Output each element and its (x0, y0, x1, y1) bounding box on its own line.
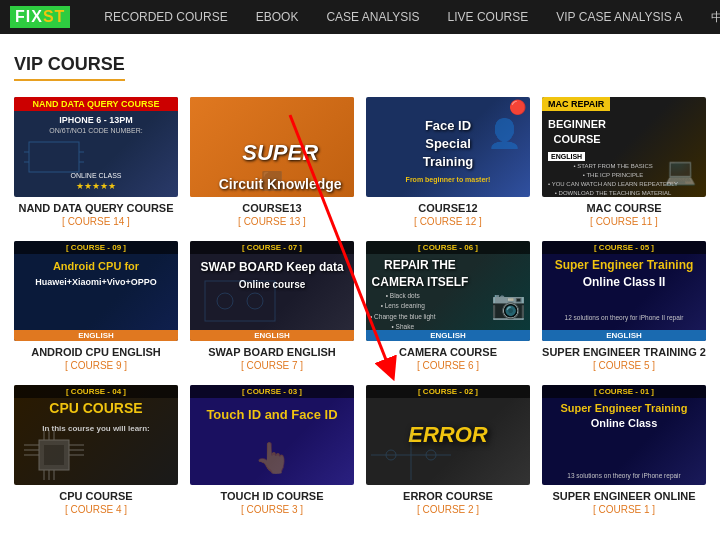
course-code-super: [ COURSE 5 ] (542, 360, 706, 371)
touch-fingerprint-icon: 👆 (254, 440, 291, 475)
course-thumb-camera: [ COURSE - 06 ] REPAIR THECAMERA ITSELF … (366, 241, 530, 341)
header: FIXST RECORDED COURSE EBOOK CASE ANALYSI… (0, 0, 720, 34)
cpu-label: [ COURSE - 04 ] (14, 385, 178, 398)
course-card-super[interactable]: [ COURSE - 05 ] Super Engineer TrainingO… (542, 241, 706, 371)
course-thumb-mac: MAC REPAIR BEGINNERCOURSE ENGLISH • STAR… (542, 97, 706, 197)
super2-sub: 13 solutions on theory for iPhone repair (546, 472, 702, 479)
course-name-course13: COURSE13 (190, 202, 354, 214)
course-thumb-swap: [ COURSE - 07 ] SWAP BOARD Keep dataOnli… (190, 241, 354, 341)
course-name-mac: MAC COURSE (542, 202, 706, 214)
course-thumb-touch: [ COURSE - 03 ] Touch ID and Face ID 👆 (190, 385, 354, 485)
course-name-super2: SUPER ENGINEER ONLINE (542, 490, 706, 502)
svg-point-8 (217, 293, 233, 309)
course-card-nand[interactable]: NAND DATA QUERY COURSE IPHONE 6 - 13PM O… (14, 97, 178, 227)
super-badge: ENGLISH (542, 330, 706, 341)
course-code-course12: [ COURSE 12 ] (366, 216, 530, 227)
logo: FIXST (10, 6, 70, 28)
svg-rect-2 (29, 142, 79, 172)
section-title: VIP COURSE (14, 54, 125, 81)
cpu-chip-icon (24, 430, 84, 480)
course-thumb-super: [ COURSE - 05 ] Super Engineer TrainingO… (542, 241, 706, 341)
nand-detail: ON/6T/NO1 CODE NUMBER: (18, 127, 174, 134)
android-text: Android CPU forHuawei+Xiaomi+Vivo+OPPO (14, 259, 178, 290)
svg-rect-7 (205, 281, 275, 321)
course-card-android[interactable]: [ COURSE - 09 ] Android CPU forHuawei+Xi… (14, 241, 178, 371)
mac-list: • START FROM THE BASICS• THE ICP PRINCIP… (548, 162, 678, 197)
course-name-android: ANDROID CPU ENGLISH (14, 346, 178, 358)
course13-text: SUPERCircuit Knowledge (206, 140, 354, 197)
course-card-course12[interactable]: 🔴 Face IDSpecialTraining From beginner t… (366, 97, 530, 227)
course-code-camera: [ COURSE 6 ] (366, 360, 530, 371)
course12-bust: 👤 (487, 117, 522, 150)
course-card-touch[interactable]: [ COURSE - 03 ] Touch ID and Face ID 👆 T… (190, 385, 354, 515)
main-nav: RECORDED COURSE EBOOK CASE ANALYSIS LIVE… (90, 0, 720, 34)
error-label: [ COURSE - 02 ] (366, 385, 530, 398)
android-badge: ENGLISH (14, 330, 178, 341)
nand-sub: IPHONE 6 - 13PM (18, 115, 174, 125)
course-name-touch: TOUCH ID COURSE (190, 490, 354, 502)
super2-text: Super Engineer TrainingOnline Class (546, 401, 702, 432)
course-thumb-cpu: [ COURSE - 04 ] CPU COURSEIn this course… (14, 385, 178, 485)
svg-point-9 (247, 293, 263, 309)
mac-english-badge: ENGLISH (548, 152, 585, 161)
camera-icon: 📷 (491, 288, 526, 321)
course-code-course13: [ COURSE 13 ] (190, 216, 354, 227)
error-circuit-icon (371, 430, 451, 480)
nav-recorded-course[interactable]: RECORDED COURSE (90, 0, 241, 34)
camera-badge: ENGLISH (366, 330, 530, 341)
course-name-course12: COURSE12 (366, 202, 530, 214)
nav-live-course[interactable]: LIVE COURSE (434, 0, 543, 34)
course-code-mac: [ COURSE 11 ] (542, 216, 706, 227)
course-thumb-course13: SUPERCircuit Knowledge ⬛ (190, 97, 354, 197)
course-code-error: [ COURSE 2 ] (366, 504, 530, 515)
course-card-swap[interactable]: [ COURSE - 07 ] SWAP BOARD Keep dataOnli… (190, 241, 354, 371)
course-name-super: SUPER ENGINEER TRAINING 2 (542, 346, 706, 358)
course-card-super2[interactable]: [ COURSE - 01 ] Super Engineer TrainingO… (542, 385, 706, 515)
course-card-course13[interactable]: SUPERCircuit Knowledge ⬛ COURSE13 [ COUR… (190, 97, 354, 227)
course-name-nand: NAND DATA QUERY COURSE (14, 202, 178, 214)
course-card-cpu[interactable]: [ COURSE - 04 ] CPU COURSEIn this course… (14, 385, 178, 515)
super-text: Super Engineer TrainingOnline Class II (546, 257, 702, 291)
swap-label: [ COURSE - 07 ] (190, 241, 354, 254)
course-name-cpu: CPU COURSE (14, 490, 178, 502)
course-name-camera: CAMERA COURSE (366, 346, 530, 358)
course-code-swap: [ COURSE 7 ] (190, 360, 354, 371)
camera-text: REPAIR THECAMERA ITSELF (370, 257, 470, 291)
touch-text: Touch ID and Face ID (194, 407, 350, 422)
course-card-error[interactable]: [ COURSE - 02 ] ERROR ERROR COURSE [ COU… (366, 385, 530, 515)
course-card-mac[interactable]: MAC REPAIR BEGINNERCOURSE ENGLISH • STAR… (542, 97, 706, 227)
mac-laptop-icon: 💻 (664, 156, 696, 187)
super-label: [ COURSE - 05 ] (542, 241, 706, 254)
course-code-nand: [ COURSE 14 ] (14, 216, 178, 227)
course-grid: NAND DATA QUERY COURSE IPHONE 6 - 13PM O… (14, 97, 706, 515)
course-code-android: [ COURSE 9 ] (14, 360, 178, 371)
nav-case-analysis[interactable]: CASE ANALYSIS (312, 0, 433, 34)
course12-sub: From beginner to master! (406, 176, 491, 183)
svg-rect-11 (44, 445, 64, 465)
camera-label: [ COURSE - 06 ] (366, 241, 530, 254)
course-code-touch: [ COURSE 3 ] (190, 504, 354, 515)
course-code-cpu: [ COURSE 4 ] (14, 504, 178, 515)
course12-text: Face IDSpecialTraining (423, 117, 474, 172)
course-thumb-super2: [ COURSE - 01 ] Super Engineer TrainingO… (542, 385, 706, 485)
android-label: [ COURSE - 09 ] (14, 241, 178, 254)
nav-chinese-vip[interactable]: 中文VIP課程 (697, 0, 720, 34)
nav-vip-case-analysis[interactable]: VIP CASE ANALYSIS A (542, 0, 696, 34)
course-code-super2: [ COURSE 1 ] (542, 504, 706, 515)
course12-flag: 🔴 (509, 99, 526, 115)
nand-title-bar: NAND DATA QUERY COURSE (14, 97, 178, 111)
mac-badge: MAC REPAIR (542, 97, 610, 111)
super2-label: [ COURSE - 01 ] (542, 385, 706, 398)
course-name-swap: SWAP BOARD ENGLISH (190, 346, 354, 358)
course-name-error: ERROR COURSE (366, 490, 530, 502)
course-thumb-error: [ COURSE - 02 ] ERROR (366, 385, 530, 485)
course-card-camera[interactable]: [ COURSE - 06 ] REPAIR THECAMERA ITSELF … (366, 241, 530, 371)
swap-circuit-icon (200, 276, 280, 326)
logo-text: FIXST (10, 6, 70, 28)
mac-text: BEGINNERCOURSE (548, 117, 606, 148)
nand-stars: ★★★★★ (18, 181, 174, 191)
main-content: VIP COURSE NAND DATA QUERY COURSE IPHONE… (0, 34, 720, 525)
touch-label: [ COURSE - 03 ] (190, 385, 354, 398)
swap-badge: ENGLISH (190, 330, 354, 341)
nav-ebook[interactable]: EBOOK (242, 0, 313, 34)
